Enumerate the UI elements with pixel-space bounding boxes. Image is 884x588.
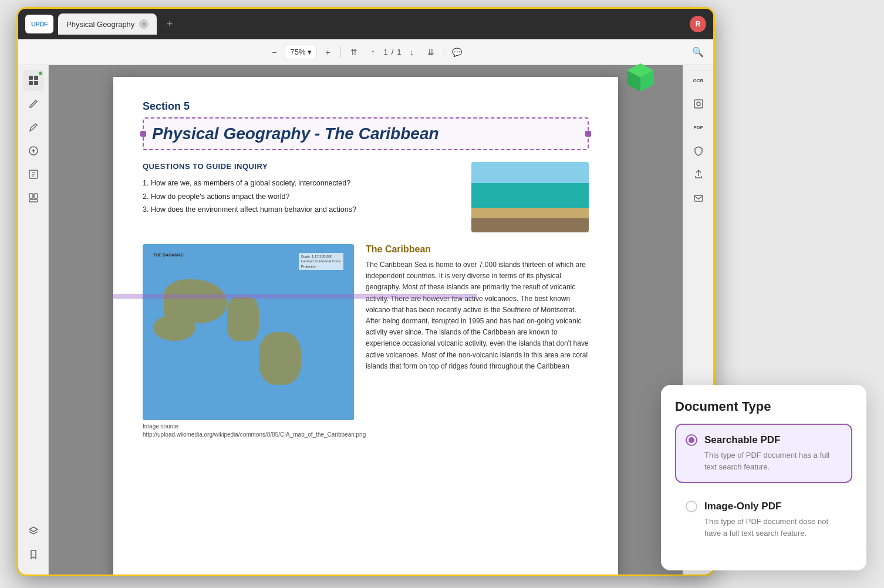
title-bar: UPDF Physical Geography × + R	[18, 9, 713, 39]
page-current: 1	[383, 48, 387, 56]
image-only-pdf-option[interactable]: Image-Only PDF This type of PDF document…	[675, 490, 852, 549]
pdf-map-image: THE BAHAMAS Scale: 1:17,500,000Lambert C…	[143, 244, 354, 420]
map-scale-box: Scale: 1:17,500,000Lambert Conformal Con…	[299, 253, 343, 270]
cube-decoration	[620, 59, 661, 100]
sidebar-ocr-icon[interactable]	[23, 140, 44, 161]
image-only-pdf-radio[interactable]	[686, 501, 697, 512]
document-type-panel: Document Type Searchable PDF This type o…	[661, 385, 866, 570]
pdf-map-left: THE BAHAMAS Scale: 1:17,500,000Lambert C…	[143, 244, 354, 439]
separator-1	[340, 46, 341, 58]
zoom-out-button[interactable]: −	[266, 44, 282, 60]
nav-top-button[interactable]: ⇈	[346, 44, 362, 60]
separator-2	[444, 46, 444, 58]
user-avatar: R	[690, 16, 706, 32]
svg-rect-6	[29, 194, 33, 198]
right-protect-icon[interactable]	[688, 140, 709, 161]
map-land-3	[227, 297, 259, 341]
pdf-questions-list: 1. How are we, as members of a global so…	[143, 177, 460, 217]
pdf-section-label: Section 5	[143, 100, 589, 113]
searchable-pdf-desc: This type of PDF document has a full tex…	[686, 450, 842, 472]
image-only-pdf-header: Image-Only PDF	[686, 501, 842, 512]
question-3: 3. How does the environment affect human…	[143, 203, 460, 217]
sidebar-bookmark-icon[interactable]	[23, 544, 44, 565]
pdf-map-section: THE BAHAMAS Scale: 1:17,500,000Lambert C…	[143, 244, 589, 439]
left-sidebar	[18, 65, 49, 575]
zoom-display[interactable]: 75% ▾	[285, 45, 317, 59]
image-only-pdf-desc: This type of PDF document dose not have …	[686, 516, 842, 539]
search-button[interactable]: 🔍	[690, 44, 706, 60]
image-only-pdf-name: Image-Only PDF	[704, 501, 781, 512]
toolbar: − 75% ▾ + ⇈ ↑ 1 / 1 ↓ ⇊ 💬 🔍	[18, 39, 713, 65]
right-pdf-convert-icon[interactable]: PDF	[688, 117, 709, 138]
svg-point-10	[697, 102, 700, 106]
title-handle-right	[585, 131, 591, 137]
nav-down-button[interactable]: ↓	[404, 44, 420, 60]
comment-button[interactable]: 💬	[449, 44, 465, 60]
map-land-2	[153, 315, 195, 341]
right-properties-icon[interactable]	[688, 93, 709, 114]
tab-add-button[interactable]: +	[161, 16, 178, 32]
pdf-page: Section 5 Physical Geography - The Carib…	[113, 77, 618, 575]
pdf-area[interactable]: Section 5 Physical Geography - The Carib…	[49, 65, 683, 575]
document-type-title: Document Type	[675, 399, 852, 414]
svg-rect-0	[29, 76, 33, 80]
tab[interactable]: Physical Geography ×	[58, 13, 157, 35]
page-display: 1 / 1	[383, 48, 401, 56]
title-handle-left	[140, 131, 146, 137]
main-layout: Section 5 Physical Geography - The Carib…	[18, 65, 713, 575]
question-2: 2. How do people's actions impact the wo…	[143, 190, 460, 204]
sidebar-extract-icon[interactable]	[23, 164, 44, 185]
right-email-icon[interactable]	[688, 187, 709, 208]
pdf-title-text: Physical Geography - The Caribbean	[152, 124, 579, 143]
pdf-caribbean-title: The Caribbean	[366, 244, 589, 255]
sidebar-edit-icon[interactable]	[23, 93, 44, 114]
svg-rect-11	[694, 195, 703, 201]
searchable-pdf-radio[interactable]	[686, 434, 697, 446]
pdf-body-text: The Caribbean Sea is home to over 7,000 …	[366, 259, 589, 372]
sidebar-annotate-icon[interactable]	[23, 117, 44, 138]
pdf-map-caption: Image source: http://upload.wikimedia.or…	[143, 423, 354, 439]
svg-rect-8	[29, 200, 38, 202]
tab-close-button[interactable]: ×	[139, 19, 149, 29]
svg-rect-7	[34, 194, 38, 198]
nav-bottom-button[interactable]: ⇊	[423, 44, 439, 60]
pdf-text-right: The Caribbean The Caribbean Sea is home …	[366, 244, 589, 439]
app-window: UPDF Physical Geography × + R − 75% ▾ + …	[16, 7, 715, 576]
ocean-image-content	[471, 162, 589, 232]
zoom-dropdown-arrow: ▾	[308, 48, 312, 56]
sidebar-layers-icon[interactable]	[23, 521, 44, 542]
tab-label: Physical Geography	[66, 20, 134, 29]
searchable-pdf-option[interactable]: Searchable PDF This type of PDF document…	[675, 424, 852, 483]
page-separator: /	[392, 48, 394, 56]
question-1: 1. How are we, as members of a global so…	[143, 177, 460, 190]
right-ocr-icon[interactable]: OCR	[688, 70, 709, 91]
svg-rect-9	[694, 100, 703, 108]
searchable-pdf-header: Searchable PDF	[686, 434, 842, 446]
zoom-in-button[interactable]: +	[319, 44, 336, 60]
svg-rect-1	[34, 76, 38, 80]
pdf-title-box: Physical Geography - The Caribbean	[143, 117, 589, 150]
sidebar-organize-icon[interactable]	[23, 187, 44, 208]
svg-rect-2	[29, 81, 33, 85]
sidebar-thumbnails-icon[interactable]	[23, 70, 44, 91]
nav-up-button[interactable]: ↑	[365, 44, 381, 60]
pdf-questions-section: QUESTIONS TO GUIDE INQUIRY 1. How are we…	[143, 162, 460, 232]
svg-rect-3	[34, 81, 38, 85]
highlight-bar	[113, 294, 477, 299]
pdf-content-row: QUESTIONS TO GUIDE INQUIRY 1. How are we…	[143, 162, 589, 232]
map-title-text: THE BAHAMAS	[153, 253, 184, 257]
right-share-icon[interactable]	[688, 164, 709, 185]
pdf-questions-title: QUESTIONS TO GUIDE INQUIRY	[143, 162, 460, 171]
pdf-ocean-image	[471, 162, 589, 232]
active-dot	[38, 71, 43, 76]
map-land-4	[259, 332, 301, 385]
page-total: 1	[397, 48, 401, 56]
zoom-level: 75%	[290, 48, 305, 56]
searchable-pdf-name: Searchable PDF	[704, 434, 780, 446]
updf-logo: UPDF	[25, 15, 53, 33]
